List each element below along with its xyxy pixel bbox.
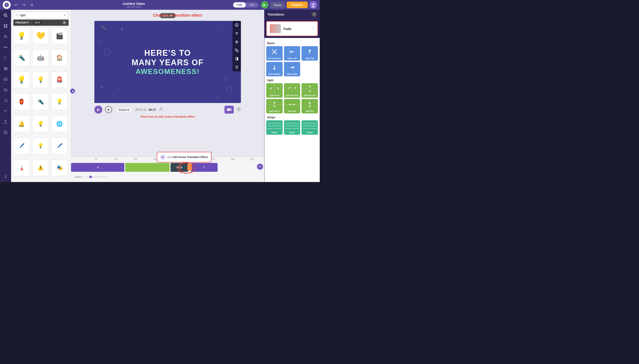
zoom-slider[interactable] — [85, 176, 107, 177]
sidebar-item-objects[interactable] — [2, 44, 9, 50]
canvas-move-button[interactable] — [232, 38, 241, 46]
sidebar-item-scenes[interactable] — [2, 86, 9, 93]
list-item[interactable]: 💡 — [33, 72, 49, 88]
transition-split-hor-out[interactable]: Split Hor Out — [302, 83, 318, 98]
sidebar-item-background[interactable]: BG — [2, 65, 9, 72]
list-item[interactable]: 🔦 — [33, 94, 49, 110]
ruler-mark: 12s — [106, 158, 126, 160]
mode-full-button[interactable]: Full — [233, 2, 246, 8]
transition-label: Stripe — [289, 132, 295, 134]
transition-no-transition[interactable]: No Transition — [266, 46, 283, 60]
fade-preview[interactable]: Fade ☆ — [266, 21, 318, 36]
redo-button[interactable]: ↪ — [21, 2, 27, 8]
transition-split-ver-in[interactable]: Split Ver In — [266, 83, 283, 98]
timeline-segment[interactable] — [125, 163, 170, 172]
canvas-theme-button[interactable] — [232, 21, 241, 29]
panel-close-button[interactable]: ✕ — [312, 12, 317, 17]
transition-stripe-3[interactable]: Stripe — [302, 120, 318, 135]
transition-split-ver[interactable]: Split Ver — [302, 99, 318, 114]
transition-popup[interactable]: 1245 Add Scene Transition Effect — [157, 152, 212, 162]
canvas-frame: ✏️ ⬟ ⬡ ◇ ◯ ≋ △ ⬡ ◯ △ + + ◇ HERE'S TO MAN… — [94, 21, 241, 103]
canvas-area: Choose a transition effect 93% ▼ ✏️ ⬟ ⬡ … — [71, 10, 264, 182]
collapse-button[interactable]: ◀ — [70, 88, 75, 94]
search-input[interactable] — [20, 14, 62, 17]
sidebar-item-record[interactable] — [2, 173, 9, 180]
presenter-icon[interactable] — [159, 107, 163, 112]
zoom-thumb[interactable] — [89, 176, 92, 178]
list-item[interactable]: 💡 — [13, 72, 30, 88]
sidebar-item-text[interactable]: T — [2, 54, 9, 61]
list-item[interactable]: 💡 — [33, 116, 49, 132]
sidebar-item-upload[interactable] — [2, 118, 9, 125]
canvas-delete-button[interactable] — [232, 63, 241, 72]
sidebar-item-templates[interactable] — [2, 23, 9, 29]
list-item[interactable]: 🌐 — [51, 116, 68, 132]
transition-stripe-1[interactable]: Stripe — [266, 120, 283, 135]
list-item[interactable]: 💡 — [13, 28, 30, 44]
svg-point-43 — [237, 32, 238, 34]
list-item[interactable]: 🚨 — [51, 72, 68, 88]
scene-name-box[interactable]: Scene 6 — [115, 106, 133, 113]
search-clear-button[interactable]: ✕ — [64, 13, 66, 17]
list-item[interactable]: 🏠 — [51, 50, 68, 66]
canvas-line2: MANY YEARS OF — [132, 58, 204, 67]
undo-button[interactable]: ↩ — [13, 2, 19, 8]
sidebar-item-grid[interactable] — [2, 129, 9, 136]
list-item[interactable]: 🎬 — [51, 28, 68, 44]
camera-icon[interactable] — [236, 107, 241, 112]
scene-record-button[interactable] — [225, 106, 234, 114]
sidebar-item-captions[interactable] — [2, 108, 9, 114]
list-item[interactable]: 💛 — [33, 28, 49, 44]
list-item[interactable]: 🖊️ — [51, 138, 68, 154]
list-item[interactable]: 🤖 — [33, 50, 49, 66]
duplicate-button[interactable]: ⧉ — [29, 2, 35, 8]
svg-point-37 — [7, 134, 7, 134]
sidebar-item-music[interactable] — [2, 97, 9, 104]
list-item[interactable]: 🔦 — [13, 50, 30, 66]
list-item[interactable]: 🎭 — [51, 160, 68, 176]
add-scene-button[interactable]: + — [257, 164, 263, 170]
property-close-button[interactable]: ✕ — [62, 21, 66, 25]
canvas-bw-button[interactable] — [232, 54, 241, 63]
sidebar-item-photos[interactable] — [2, 76, 9, 82]
transition-slide-bottom[interactable]: Slide Bottom — [266, 62, 283, 76]
transition-slide-top[interactable]: Slide Top — [302, 46, 318, 60]
scene-mini-play-button[interactable]: ▶ — [105, 106, 112, 113]
mode-lite-button[interactable]: Lite — [246, 2, 258, 8]
list-item[interactable]: 🔔 — [13, 116, 30, 132]
transition-slide-left[interactable]: Slide Left — [284, 46, 300, 60]
share-button[interactable]: Share — [270, 2, 285, 8]
transition-split-hor-in[interactable]: Split Hor In — [266, 99, 283, 114]
publish-button[interactable]: Publish — [287, 2, 308, 8]
sidebar-item-search[interactable] — [2, 12, 9, 19]
svg-text:T: T — [4, 56, 6, 60]
list-item[interactable]: 🏮 — [13, 94, 30, 110]
add-track-button[interactable]: + — [257, 164, 263, 170]
timeline-segment[interactable]: 00:03 — [171, 163, 188, 172]
scene-play-button[interactable]: ▶ — [94, 106, 102, 114]
playhead[interactable]: ▼ — [180, 161, 180, 174]
transition-split-hor[interactable]: Split Hor — [284, 99, 300, 114]
svg-point-51 — [237, 108, 240, 111]
list-item[interactable]: 💡 — [33, 138, 49, 154]
list-item[interactable]: ⚠️ — [33, 160, 49, 176]
avatar[interactable] — [310, 1, 317, 9]
deco-element: ◯ — [103, 48, 111, 55]
transition-stripe-2[interactable]: Stripe — [284, 120, 300, 135]
sidebar-item-people[interactable] — [2, 33, 9, 40]
list-item[interactable]: 💡 — [51, 94, 68, 110]
timeline-segment[interactable]: 4 — [71, 163, 124, 172]
list-item[interactable]: 🖊️ — [13, 138, 30, 154]
app-logo[interactable]: C — [3, 1, 11, 9]
list-item[interactable]: 🗼 — [13, 160, 30, 176]
transition-split-ver-out[interactable]: Split Ver Out — [284, 83, 300, 98]
canvas-resize-button[interactable] — [232, 46, 241, 54]
main-layout: T BG ✕ PR — [0, 10, 320, 182]
app-subtitle: Last edit saved — [37, 6, 231, 8]
canvas-color-button[interactable] — [232, 29, 241, 38]
favorite-icon[interactable]: ☆ — [311, 27, 314, 31]
transition-slide-right[interactable]: Slide Right — [284, 62, 300, 76]
preview-play-button[interactable]: ▶ — [261, 1, 268, 9]
timeline-segment[interactable]: 7 — [191, 163, 218, 172]
mode-toggle: Full Lite — [233, 2, 259, 8]
